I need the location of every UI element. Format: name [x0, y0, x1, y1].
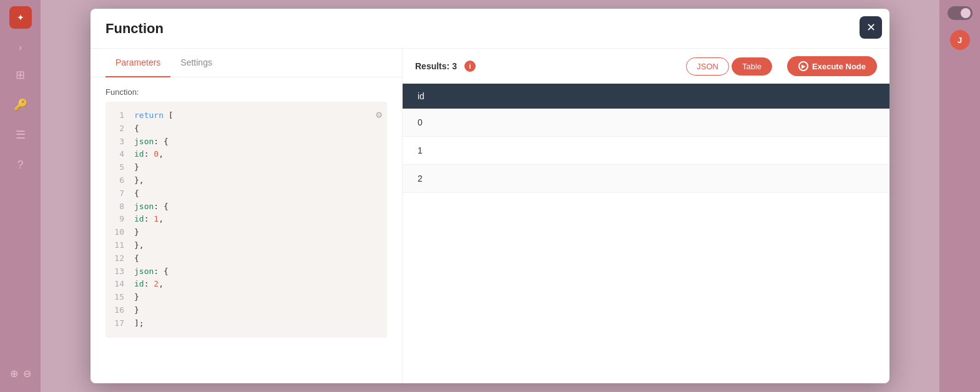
- chevron-right-icon: ›: [19, 42, 22, 52]
- line-content: }: [134, 291, 139, 304]
- code-token: json: [134, 202, 154, 211]
- line-content: return [: [134, 109, 174, 122]
- code-token: ];: [134, 318, 144, 328]
- line-content: json: {: [134, 200, 169, 213]
- code-token: json: [134, 267, 154, 276]
- code-line: 16 }: [113, 304, 380, 317]
- code-token: :: [144, 279, 154, 288]
- results-header: Results: 3 i JSON Table ▶ Execute Node: [403, 49, 889, 84]
- sidebar-item-list[interactable]: ☰: [12, 126, 29, 144]
- code-line: 5 }: [113, 161, 380, 174]
- modal-title: Function: [105, 21, 164, 37]
- line-content: json: {: [134, 265, 169, 278]
- code-token: id: [134, 149, 144, 159]
- code-line: 10 }: [113, 226, 380, 239]
- line-number: 2: [113, 122, 124, 135]
- results-label: Results: 3: [415, 61, 457, 71]
- code-token: ,: [159, 149, 164, 159]
- code-token: : {: [154, 202, 168, 211]
- line-number: 7: [113, 187, 124, 200]
- gear-icon[interactable]: ⚙: [376, 107, 382, 123]
- tab-parameters[interactable]: Parameters: [105, 49, 170, 77]
- play-icon: ▶: [798, 61, 808, 71]
- tab-settings[interactable]: Settings: [170, 49, 222, 77]
- code-token: },: [134, 175, 144, 185]
- code-line: 2 {: [113, 122, 380, 135]
- line-number: 12: [113, 252, 124, 265]
- logo-icon: ✦: [17, 12, 24, 22]
- code-line: 9 id: 1,: [113, 213, 380, 226]
- left-panel: Parameters Settings Function: ⚙ 1return …: [91, 49, 403, 383]
- sidebar-item-credentials[interactable]: 🔑: [12, 96, 29, 114]
- code-line: 13 json: {: [113, 265, 380, 278]
- code-line: 15 }: [113, 291, 380, 304]
- function-modal: ✕ Function Parameters Settings Function:…: [91, 9, 889, 383]
- code-line: 11 },: [113, 239, 380, 252]
- zoom-out-button[interactable]: ⊖: [23, 368, 31, 380]
- code-line: 6 },: [113, 174, 380, 187]
- view-table-button[interactable]: Table: [732, 57, 772, 76]
- panel-content: Function: ⚙ 1return [2 {3 json: {4 id: 0…: [91, 77, 402, 383]
- line-number: 14: [113, 278, 124, 291]
- line-content: id: 2,: [134, 278, 164, 291]
- code-token: }: [134, 305, 139, 315]
- execute-label: Execute Node: [812, 62, 866, 71]
- results-table: id 012: [403, 84, 889, 383]
- table-row: 1: [403, 137, 889, 165]
- right-sidebar: J: [939, 0, 980, 392]
- sidebar-item-help[interactable]: ?: [12, 156, 29, 174]
- line-number: 1: [113, 109, 124, 122]
- sidebar-item-nodes[interactable]: ⊞: [12, 66, 29, 84]
- code-token: }: [134, 227, 139, 237]
- code-token: [: [164, 110, 174, 120]
- line-number: 3: [113, 135, 124, 149]
- line-number: 16: [113, 304, 124, 317]
- line-content: {: [134, 187, 139, 200]
- code-token: },: [134, 240, 144, 250]
- line-number: 4: [113, 148, 124, 161]
- code-line: 17];: [113, 317, 380, 330]
- modal-overlay: ✕ Function Parameters Settings Function:…: [41, 0, 939, 392]
- line-content: id: 0,: [134, 148, 164, 161]
- code-token: :: [144, 214, 154, 223]
- code-token: 0: [154, 149, 159, 159]
- table-row: 2: [403, 165, 889, 193]
- code-token: {: [134, 189, 139, 198]
- code-line: 3 json: {: [113, 135, 380, 149]
- line-number: 13: [113, 265, 124, 278]
- view-json-button[interactable]: JSON: [686, 57, 729, 76]
- line-content: {: [134, 252, 139, 265]
- execute-node-button[interactable]: ▶ Execute Node: [787, 56, 877, 76]
- line-number: 10: [113, 226, 124, 239]
- sidebar-logo[interactable]: ✦: [9, 6, 32, 29]
- code-token: }: [134, 162, 139, 172]
- zoom-controls: ⊕ ⊖: [10, 368, 31, 380]
- results-count: 3: [452, 61, 457, 71]
- table-row: 0: [403, 109, 889, 137]
- line-content: json: {: [134, 135, 169, 149]
- code-token: return: [134, 110, 164, 120]
- line-content: {: [134, 122, 139, 135]
- zoom-in-button[interactable]: ⊕: [10, 368, 18, 380]
- code-token: ,: [159, 279, 164, 288]
- code-line: 12 {: [113, 252, 380, 265]
- code-token: :: [144, 149, 154, 159]
- modal-body: Parameters Settings Function: ⚙ 1return …: [91, 49, 889, 383]
- line-number: 11: [113, 239, 124, 252]
- line-content: id: 1,: [134, 213, 164, 226]
- code-line: 1return [: [113, 109, 380, 122]
- code-token: : {: [154, 267, 168, 276]
- user-avatar[interactable]: J: [950, 30, 970, 50]
- close-button[interactable]: ✕: [860, 16, 882, 39]
- line-number: 9: [113, 213, 124, 226]
- toggle-switch[interactable]: [948, 6, 973, 20]
- code-token: id: [134, 214, 144, 223]
- sidebar-collapse-btn[interactable]: ›: [14, 41, 27, 54]
- line-content: }: [134, 304, 139, 317]
- line-number: 17: [113, 317, 124, 330]
- code-editor[interactable]: ⚙ 1return [2 {3 json: {4 id: 0,5 }6 },7 …: [105, 102, 387, 338]
- function-label: Function:: [105, 87, 387, 97]
- right-panel: Results: 3 i JSON Table ▶ Execute Node i…: [403, 49, 889, 383]
- code-token: {: [134, 124, 139, 133]
- tab-bar: Parameters Settings: [91, 49, 402, 77]
